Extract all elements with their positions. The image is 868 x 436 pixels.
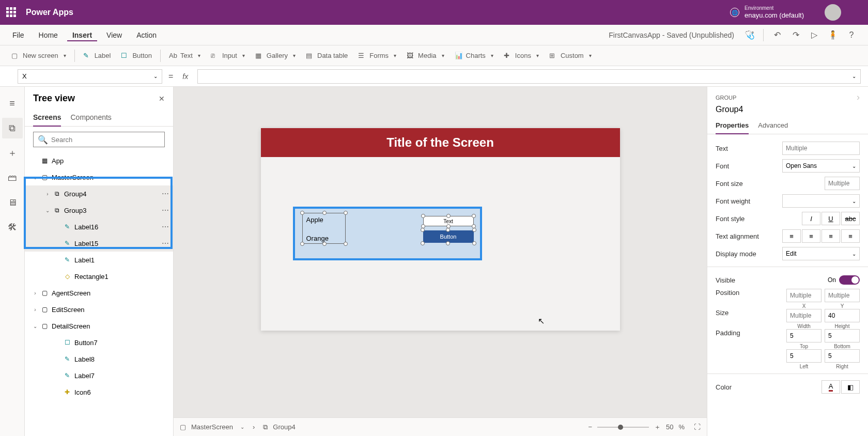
- media-rail-icon[interactable]: 🖥: [2, 192, 23, 213]
- tree-editscreen[interactable]: ›▢EditScreen: [25, 301, 173, 318]
- data-icon[interactable]: 🗃: [2, 167, 23, 188]
- tree-label16[interactable]: ✎Label16⋯: [25, 219, 173, 235]
- avatar[interactable]: [825, 4, 841, 21]
- tree-detailscreen[interactable]: ⌄▢DetailScreen: [25, 318, 173, 334]
- tree-label1[interactable]: ✎Label1: [25, 252, 173, 268]
- tree-button7[interactable]: ☐Button7: [25, 334, 173, 351]
- align-justify-button[interactable]: ≡: [841, 229, 860, 243]
- menu-action[interactable]: Action: [131, 29, 162, 41]
- align-center-button[interactable]: ≡: [802, 229, 820, 243]
- insert-gallery-button[interactable]: ▦Gallery▾: [251, 50, 300, 62]
- menu-file[interactable]: File: [7, 29, 29, 41]
- input-pad-bottom[interactable]: [825, 329, 860, 342]
- align-left-button[interactable]: ≡: [782, 229, 801, 243]
- help-icon[interactable]: ?: [843, 27, 860, 43]
- tab-properties[interactable]: Properties: [716, 118, 749, 134]
- align-right-button[interactable]: ≡: [822, 229, 840, 243]
- insert-input-button[interactable]: ⎚Input▾: [207, 50, 249, 62]
- search-icon: 🔍: [38, 135, 48, 145]
- insert-media-button[interactable]: 🖼Media▾: [402, 50, 448, 62]
- strikethrough-button[interactable]: abc: [841, 212, 860, 225]
- select-font[interactable]: Open Sans⌄: [782, 159, 860, 173]
- selected-text-label[interactable]: Text: [423, 216, 474, 226]
- new-screen-button[interactable]: ▢New screen▾: [7, 50, 70, 62]
- tree-app[interactable]: ▦App: [25, 152, 173, 169]
- visible-toggle[interactable]: [839, 275, 860, 285]
- canvas-screen[interactable]: Title of the Screen Apple Orange Text: [261, 128, 620, 331]
- insert-text-button[interactable]: AbText▾: [165, 50, 205, 62]
- menu-home[interactable]: Home: [34, 29, 63, 41]
- tree-label8[interactable]: ✎Label8: [25, 351, 173, 367]
- more-icon[interactable]: ⋯: [162, 239, 169, 247]
- tab-advanced[interactable]: Advanced: [758, 118, 788, 134]
- input-pos-x[interactable]: [786, 289, 822, 302]
- input-pad-right[interactable]: [825, 349, 860, 363]
- insert-custom-button[interactable]: ⊞Custom▾: [545, 50, 596, 62]
- label-visible: Visible: [716, 276, 735, 284]
- formula-input[interactable]: ⌄: [197, 69, 861, 84]
- zoom-out-icon[interactable]: −: [588, 423, 592, 431]
- insert-charts-button[interactable]: 📊Charts▾: [451, 50, 498, 62]
- advanced-tools-icon[interactable]: 🛠: [2, 217, 23, 238]
- insert-button-button[interactable]: ☐Button: [117, 50, 156, 62]
- menu-insert[interactable]: Insert: [67, 29, 97, 41]
- fill-color-button[interactable]: ◧: [841, 380, 860, 394]
- input-pad-left[interactable]: [786, 349, 822, 363]
- italic-button[interactable]: I: [802, 212, 820, 225]
- app-checker-icon[interactable]: 🩺: [741, 27, 758, 43]
- share-icon[interactable]: 🧍: [825, 27, 841, 43]
- app-launcher-icon[interactable]: [6, 7, 17, 18]
- status-screen-name[interactable]: MasterScreen: [191, 423, 233, 431]
- menu-view[interactable]: View: [101, 29, 127, 41]
- insert-forms-button[interactable]: ☰Forms▾: [354, 50, 400, 62]
- search-input[interactable]: [51, 136, 160, 144]
- selected-text-control[interactable]: [302, 213, 346, 244]
- tree-rectangle1[interactable]: ◇Rectangle1: [25, 268, 173, 285]
- more-icon[interactable]: ⋯: [162, 223, 169, 231]
- insert-icons-button[interactable]: ✚Icons▾: [500, 50, 543, 62]
- fit-to-window-icon[interactable]: ⛶: [694, 423, 701, 431]
- input-text[interactable]: [782, 142, 860, 155]
- insert-label-button[interactable]: ✎Label: [79, 50, 115, 62]
- redo-icon[interactable]: ↷: [787, 27, 804, 43]
- input-size-h[interactable]: [825, 309, 860, 322]
- tree-agentscreen[interactable]: ›▢AgentScreen: [25, 285, 173, 301]
- play-icon[interactable]: ▷: [806, 27, 823, 43]
- underline-button[interactable]: U: [822, 212, 840, 225]
- more-icon[interactable]: ⋯: [162, 206, 169, 214]
- input-size-w[interactable]: [786, 309, 822, 322]
- insert-icon[interactable]: ＋: [2, 143, 23, 163]
- font-color-button[interactable]: A: [822, 380, 840, 394]
- tree-group3[interactable]: ⌄⧉Group3⋯: [25, 202, 173, 219]
- tree-search[interactable]: 🔍: [33, 132, 165, 147]
- input-fontsize[interactable]: [825, 177, 860, 190]
- chevron-right-icon[interactable]: ›: [857, 92, 860, 103]
- insert-datatable-button[interactable]: ▤Data table: [302, 50, 352, 62]
- zoom-in-icon[interactable]: ＋: [654, 423, 661, 432]
- select-fontweight[interactable]: ⌄: [782, 194, 860, 208]
- select-displaymode[interactable]: Edit⌄: [782, 247, 860, 260]
- chevron-right-icon: ›: [31, 307, 39, 313]
- tree-view-icon[interactable]: ⧉: [2, 118, 23, 138]
- tab-screens[interactable]: Screens: [33, 110, 61, 127]
- hamburger-icon[interactable]: ≡: [2, 93, 23, 114]
- tree-label15[interactable]: ✎Label15⋯: [25, 235, 173, 252]
- tree-icon6[interactable]: ✚Icon6: [25, 384, 173, 400]
- tree-group4[interactable]: ›⧉Group4⋯: [25, 185, 173, 202]
- undo-icon[interactable]: ↶: [769, 27, 785, 43]
- screen-icon: ▢: [40, 305, 49, 314]
- environment-picker[interactable]: 🌐 Environment enayu.com (default): [730, 5, 804, 20]
- status-selected-name[interactable]: Group4: [273, 423, 295, 431]
- more-icon[interactable]: ⋯: [162, 190, 169, 198]
- selection-group[interactable]: Apple Orange Text Button: [293, 207, 482, 260]
- tab-components[interactable]: Components: [70, 110, 111, 126]
- selected-button-control[interactable]: Button: [423, 230, 474, 243]
- tree-masterscreen[interactable]: ⌄▢MasterScreen: [25, 169, 173, 185]
- zoom-slider[interactable]: [597, 427, 649, 428]
- close-icon[interactable]: ✕: [159, 95, 165, 103]
- tree-label7[interactable]: ✎Label7: [25, 367, 173, 384]
- chevron-down-icon[interactable]: ⌄: [240, 424, 244, 430]
- input-pad-top[interactable]: [786, 329, 822, 342]
- property-selector[interactable]: X⌄: [18, 69, 162, 84]
- input-pos-y[interactable]: [825, 289, 860, 302]
